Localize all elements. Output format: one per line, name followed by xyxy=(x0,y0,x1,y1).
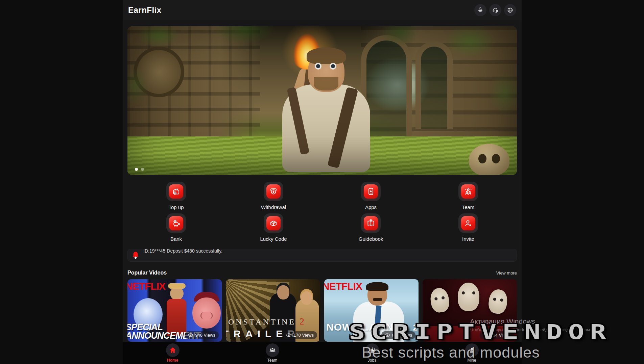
thumb-art-woman-head xyxy=(301,291,312,305)
section-title: Popular Videos xyxy=(127,270,167,276)
views-badge: 946 Views xyxy=(185,331,219,339)
quick-action-label: Team xyxy=(462,204,475,210)
guidebook-icon xyxy=(364,216,378,230)
header-actions xyxy=(474,4,516,16)
views-count: 170 Views xyxy=(293,333,314,338)
app-header: EarnFlix xyxy=(123,0,522,20)
thumb-art-officer-hair xyxy=(366,282,388,291)
nav-label: Team xyxy=(267,358,277,363)
quick-action-bank[interactable]: Bank xyxy=(127,213,225,242)
notification-bar[interactable]: ID:19***45 Deposit $480 successfully. xyxy=(127,249,517,262)
notification-message: ID:19***45 Deposit $480 successfully. xyxy=(143,249,222,254)
hero-banner[interactable] xyxy=(127,26,517,175)
team-nav-icon xyxy=(266,343,279,357)
home-icon xyxy=(166,343,180,357)
carousel-dot[interactable] xyxy=(141,168,144,171)
lucky-code-tile xyxy=(264,213,283,233)
topup-icon xyxy=(169,184,183,199)
quick-action-invite[interactable]: Invite xyxy=(420,213,517,242)
withdrawal-icon xyxy=(266,184,281,199)
nav-item-mine[interactable]: Mine xyxy=(422,342,522,364)
quick-action-label: Lucky Code xyxy=(260,236,287,242)
carousel-dot-active[interactable] xyxy=(135,168,138,171)
team-icon xyxy=(461,184,475,199)
thumb-art-dali-mask xyxy=(487,288,508,315)
withdrawal-tile xyxy=(264,182,283,201)
topup-tile xyxy=(166,182,186,201)
guidebook-tile xyxy=(361,213,381,233)
brush-icon[interactable] xyxy=(474,4,486,16)
netflix-brand-text: NETFLIX xyxy=(324,281,362,292)
bottom-navigation: Home Team Jobs Mine xyxy=(123,342,522,364)
quick-action-label: Bank xyxy=(170,236,182,242)
views-badge: 170 Views xyxy=(283,331,317,339)
corner-number: 2 xyxy=(413,322,418,333)
quick-action-lucky-code[interactable]: Lucky Code xyxy=(225,213,322,242)
quick-action-withdrawal[interactable]: Withdrawal xyxy=(225,182,322,210)
nav-item-home[interactable]: Home xyxy=(123,342,222,364)
quick-actions-row-1: Top up Withdrawal Apps Team xyxy=(127,182,517,210)
bank-icon xyxy=(169,216,183,230)
popular-videos-list: NETFLIX SPECIALANNOUNCEMENT 946 Views CO… xyxy=(127,279,517,342)
bell-icon xyxy=(132,251,139,259)
video-card-special-announcement[interactable]: NETFLIX SPECIALANNOUNCEMENT 946 Views xyxy=(127,279,222,342)
language-globe-icon[interactable] xyxy=(504,4,516,16)
eye-icon xyxy=(188,333,193,337)
quick-action-label: Withdrawal xyxy=(261,204,286,210)
quick-action-team[interactable]: Team xyxy=(420,182,517,210)
customer-service-icon[interactable] xyxy=(489,4,501,16)
lucky-code-icon xyxy=(266,216,281,230)
nav-label: Home xyxy=(167,358,178,363)
thumb-art-pig-snout xyxy=(200,312,213,320)
thumb-art-man-head xyxy=(277,285,289,300)
nav-label: Mine xyxy=(467,358,476,363)
quick-action-topup[interactable]: Top up xyxy=(127,182,225,210)
eye-icon xyxy=(286,333,291,337)
carousel-dots xyxy=(135,168,144,171)
quick-actions-row-2: Bank Lucky Code Guidebook Invite xyxy=(127,213,517,242)
nav-label: Jobs xyxy=(368,358,376,363)
nav-item-team[interactable]: Team xyxy=(222,342,322,364)
invite-icon xyxy=(461,216,475,230)
apps-tile xyxy=(361,182,381,201)
person-icon xyxy=(465,343,479,357)
nav-item-jobs[interactable]: Jobs xyxy=(322,342,422,364)
views-badge: 464 Views xyxy=(480,331,514,339)
video-card-now-playing[interactable]: NETFLIX NOW PLAYING 2 652 Views xyxy=(324,279,419,342)
video-title-accent: 2 xyxy=(300,316,306,327)
quick-action-guidebook[interactable]: Guidebook xyxy=(322,213,420,242)
team-tile xyxy=(458,182,478,201)
quick-action-label: Top up xyxy=(168,204,184,210)
crown-icon xyxy=(365,343,379,357)
app-title: EarnFlix xyxy=(128,5,162,15)
quick-action-label: Apps xyxy=(365,204,377,210)
video-card-constantine-trailer[interactable]: CONSTANTINE 2 TRAILER 170 Views xyxy=(226,279,320,342)
views-badge: 652 Views xyxy=(381,331,415,339)
eye-icon xyxy=(483,333,488,337)
video-title: CONSTANTINE 2 xyxy=(226,316,306,327)
app-window: EarnFlix xyxy=(123,0,522,364)
quick-action-label: Guidebook xyxy=(359,236,383,242)
video-card-money-heist[interactable]: 464 Views xyxy=(423,279,517,342)
thumb-art-mustache xyxy=(373,298,382,301)
bank-tile xyxy=(166,213,186,233)
hero-vignette xyxy=(127,26,517,175)
invite-tile xyxy=(458,213,478,233)
popular-videos-header: Popular Videos View more xyxy=(127,269,517,277)
thumb-art-dali-mask xyxy=(458,283,479,311)
quick-action-label: Invite xyxy=(462,236,474,242)
netflix-brand-text: NETFLIX xyxy=(127,281,165,292)
view-more-link[interactable]: View more xyxy=(496,270,517,276)
views-count: 464 Views xyxy=(490,333,510,338)
eye-icon xyxy=(385,333,390,337)
video-title-main: CONSTANTINE xyxy=(226,317,296,326)
quick-action-apps[interactable]: Apps xyxy=(322,182,420,210)
views-count: 946 Views xyxy=(195,333,215,338)
thumb-art-character-head xyxy=(170,287,184,300)
apps-icon xyxy=(364,184,378,199)
thumb-art-dali-mask xyxy=(429,287,450,314)
thumb-art-straw-hat xyxy=(168,283,186,289)
views-count: 652 Views xyxy=(392,333,412,338)
